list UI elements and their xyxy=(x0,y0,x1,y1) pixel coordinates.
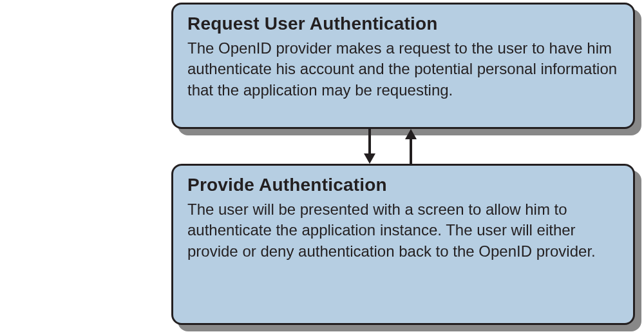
box-top-title: Request User Authentication xyxy=(187,14,619,34)
arrow-down-head-icon xyxy=(364,153,375,164)
arrow-up-line xyxy=(410,138,412,164)
box-provide-authentication: Provide Authentication The user will be … xyxy=(171,164,635,325)
diagram-canvas: Request User Authentication The OpenID p… xyxy=(0,0,644,334)
box-bottom-body: The user will be presented with a screen… xyxy=(187,199,619,262)
arrow-up-head-icon xyxy=(405,129,417,139)
box-bottom-title: Provide Authentication xyxy=(187,175,619,195)
box-top-body: The OpenID provider makes a request to t… xyxy=(187,38,619,101)
arrow-down-line xyxy=(368,129,371,155)
box-request-user-authentication: Request User Authentication The OpenID p… xyxy=(171,3,635,129)
